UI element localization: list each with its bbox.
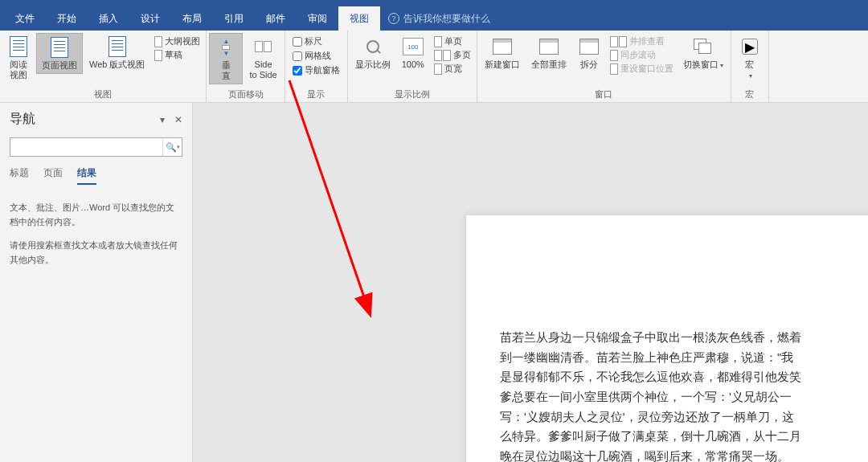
ruler-checkbox[interactable]: 标尺 (293, 35, 340, 47)
macros-button[interactable]: ▶ 宏▾ (734, 33, 766, 83)
resetpos-icon (610, 63, 618, 75)
zoom-icon (366, 40, 379, 53)
tab-view[interactable]: 视图 (338, 6, 380, 31)
doc-line: 是显得郁郁不乐，不论我怎么逗他欢喜，都难得引他发笑 (500, 367, 860, 387)
chevron-down-icon: ▾ (749, 72, 752, 80)
switch-window-button[interactable]: 切换窗口▾ (678, 33, 728, 72)
zoom-100-icon: 100 (403, 38, 424, 55)
tab-design[interactable]: 设计 (129, 6, 171, 31)
web-layout-icon (108, 36, 126, 57)
nav-pane-title: 导航 (10, 111, 35, 128)
group-zoom-label: 显示比例 (350, 87, 474, 102)
tab-review[interactable]: 审阅 (297, 6, 338, 31)
arrange-icon (539, 39, 559, 55)
group-window-label: 窗口 (480, 87, 728, 102)
side-icon (255, 41, 272, 52)
sync-scroll-button[interactable]: 同步滚动 (610, 49, 674, 61)
vertical-icon: ▲▼ (219, 38, 232, 57)
chevron-down-icon: ▾ (720, 62, 723, 69)
nav-tab-pages[interactable]: 页面 (43, 166, 63, 185)
arrange-all-button[interactable]: 全部重排 (526, 33, 571, 72)
doc-line: 晚在灵位边喝这十几碗酒，喝到后来，常常痛哭一场。 (500, 447, 860, 462)
navpane-checkbox[interactable]: 导航窗格 (293, 64, 340, 76)
page-width-button[interactable]: 页宽 (434, 63, 471, 75)
lightbulb-icon: ? (388, 13, 399, 24)
macro-icon: ▶ (742, 39, 758, 55)
tab-mailings[interactable]: 邮件 (255, 6, 297, 31)
nav-help-text: 文本、批注、图片…Word 可以查找您的文档中的任何内容。 请使用搜索框查找文本… (10, 201, 182, 267)
tell-me-search[interactable]: ? 告诉我你想要做什么 (388, 12, 490, 26)
draft-icon (154, 50, 162, 61)
doc-line: 苗若兰从身边一只锦缎盒子中取出一根淡灰色线香，燃着 (500, 328, 860, 348)
reading-view-button[interactable]: 阅读 视图 (2, 33, 35, 83)
group-page-move: ▲▼ 垂 直 Side to Side 页面移动 (207, 31, 285, 102)
group-macros-label: 宏 (734, 87, 766, 102)
web-layout-button[interactable]: Web 版式视图 (84, 33, 149, 72)
sidebyside-icon (610, 36, 627, 47)
new-window-icon (493, 39, 512, 55)
navpane-check-input[interactable] (293, 66, 302, 76)
nav-search-box[interactable]: 🔍▾ (10, 137, 182, 157)
reset-window-button[interactable]: 重设窗口位置 (610, 63, 674, 75)
document-content[interactable]: 苗若兰从身边一只锦缎盒子中取出一根淡灰色线香，燃着 到一缕幽幽清香。苗若兰脸上神… (500, 328, 860, 462)
group-window: 新建窗口 全部重排 拆分 并排查看 同步滚动 (477, 31, 731, 102)
ruler-check-input[interactable] (293, 37, 302, 47)
vertical-button[interactable]: ▲▼ 垂 直 (209, 33, 243, 84)
doc-line: 写：'义嫂胡夫人之灵位'，灵位旁边还放了一柄单刀，这 (500, 407, 860, 427)
group-pagemove-label: 页面移动 (209, 87, 281, 102)
tab-home[interactable]: 开始 (46, 6, 88, 31)
search-icon[interactable]: 🔍▾ (162, 138, 182, 156)
group-macros: ▶ 宏▾ 宏 (731, 31, 769, 102)
multi-page-button[interactable]: 多页 (434, 49, 471, 61)
page-width-icon (434, 63, 442, 75)
tell-me-label: 告诉我你想要做什么 (403, 12, 490, 26)
doc-line: 爹总要在一间小室里供两个神位，一个写：'义兄胡公一 (500, 387, 860, 407)
new-window-button[interactable]: 新建窗口 (480, 33, 525, 72)
nav-close-icon[interactable]: ✕ (174, 114, 182, 125)
nav-dropdown-icon[interactable]: ▾ (160, 114, 165, 125)
side-to-side-button[interactable]: Side to Side (244, 33, 281, 83)
document-page[interactable]: 苗若兰从身边一只锦缎盒子中取出一根淡灰色线香，燃着 到一缕幽幽清香。苗若兰脸上神… (466, 215, 868, 462)
nav-tab-results[interactable]: 结果 (77, 166, 96, 185)
doc-line: 到一缕幽幽清香。苗若兰脸上神色庄严肃穆，说道："我 (500, 348, 860, 368)
multi-page-icon (434, 50, 451, 61)
split-button[interactable]: 拆分 (573, 33, 605, 72)
group-views: 阅读 视图 页面视图 Web 版式视图 大纲视图 草稿 视图 (0, 31, 207, 102)
tab-file[interactable]: 文件 (4, 6, 46, 31)
tab-layout[interactable]: 布局 (171, 6, 213, 31)
ribbon-tab-bar: 文件 开始 插入 设计 布局 引用 邮件 审阅 视图 ? 告诉我你想要做什么 (0, 6, 868, 31)
zoom-button[interactable]: 显示比例 (350, 33, 395, 72)
navigation-pane: 导航 ▾ ✕ 🔍▾ 标题 页面 结果 文本、批注、图片…Word 可以查找您的文… (0, 103, 193, 462)
syncscroll-icon (610, 50, 618, 61)
tab-insert[interactable]: 插入 (88, 6, 129, 31)
group-zoom: 显示比例 100 100% 单页 多页 页宽 (348, 31, 477, 102)
gridlines-checkbox[interactable]: 网格线 (293, 50, 340, 62)
gridlines-check-input[interactable] (293, 51, 302, 61)
switch-window-icon (694, 39, 713, 55)
outline-icon (154, 36, 162, 47)
group-show-label: 显示 (288, 87, 345, 102)
split-icon (579, 39, 599, 55)
nav-tab-headings[interactable]: 标题 (10, 166, 29, 185)
draft-view-button[interactable]: 草稿 (154, 49, 200, 61)
nav-search-input[interactable] (10, 138, 162, 156)
zoom-100-button[interactable]: 100 100% (397, 33, 429, 72)
print-layout-button[interactable]: 页面视图 (36, 33, 83, 74)
print-layout-icon (51, 37, 68, 58)
doc-line: 么特异。爹爹叫厨子做了满桌菜，倒十几碗酒，从十二月 (500, 427, 860, 447)
title-bar (0, 0, 868, 6)
reading-view-icon (10, 36, 27, 57)
group-views-label: 视图 (2, 87, 203, 102)
nav-tabs: 标题 页面 结果 (10, 166, 182, 185)
document-area[interactable]: 苗若兰从身边一只锦缎盒子中取出一根淡灰色线香，燃着 到一缕幽幽清香。苗若兰脸上神… (193, 103, 868, 462)
tab-references[interactable]: 引用 (213, 6, 255, 31)
ribbon: 阅读 视图 页面视图 Web 版式视图 大纲视图 草稿 视图 (0, 31, 868, 103)
one-page-icon (434, 36, 442, 47)
group-show: 标尺 网格线 导航窗格 显示 (285, 31, 348, 102)
main-area: 导航 ▾ ✕ 🔍▾ 标题 页面 结果 文本、批注、图片…Word 可以查找您的文… (0, 103, 868, 462)
one-page-button[interactable]: 单页 (434, 35, 471, 47)
side-by-side-button[interactable]: 并排查看 (610, 35, 674, 47)
outline-view-button[interactable]: 大纲视图 (154, 35, 200, 47)
